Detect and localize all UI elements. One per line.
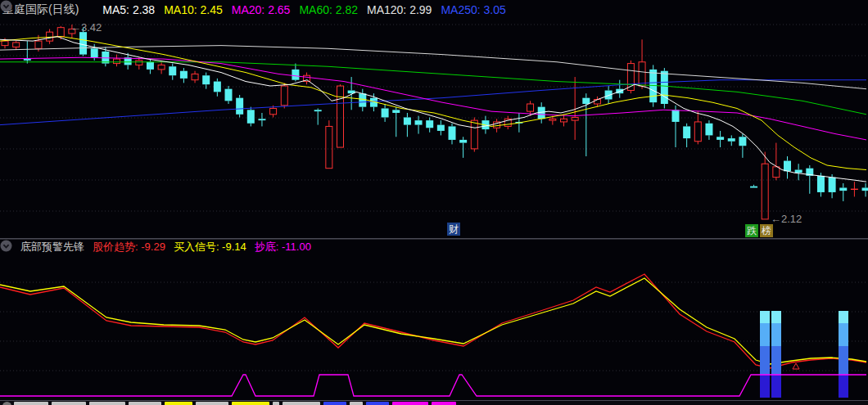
stock-chart-window: ←3.42←2.12 皇庭国际(日线) MA5: 2.38MA10: 2.45M… <box>0 0 868 405</box>
indicator-legend-item-0: 股价趋势: -9.29 <box>93 241 165 253</box>
grid-layer <box>0 25 868 371</box>
signal-bars-layer <box>760 311 848 398</box>
clipped-text-fragment <box>129 402 161 405</box>
main-chart-header: 皇庭国际(日线) MA5: 2.38MA10: 2.45MA20: 2.65MA… <box>0 0 515 20</box>
indicator-line <box>0 274 866 368</box>
watermark-badge-1: 跌 <box>745 224 758 237</box>
ma-line-MA120 <box>0 46 866 89</box>
watermark-badge-2: 榜 <box>760 224 773 237</box>
ma-legend: MA5: 2.38MA10: 2.45MA20: 2.65MA60: 2.82M… <box>102 3 514 16</box>
chevron-down-icon[interactable] <box>2 241 15 254</box>
watermark-badge-0: 财 <box>447 223 460 236</box>
clipped-text-fragment <box>196 402 228 405</box>
clipped-text-fragment <box>350 402 363 405</box>
ma-line-MA10 <box>0 37 866 170</box>
clipped-text-fragment <box>323 402 346 405</box>
ma-legend-item-4: MA120: 2.99 <box>367 3 432 16</box>
ma-legend-item-5: MA250: 3.05 <box>441 3 505 16</box>
pulse-line-layer <box>0 363 866 396</box>
price-annotation: ←2.12 <box>771 213 802 225</box>
ma-legend-item-1: MA10: 2.45 <box>164 3 223 16</box>
clipped-text-fragment <box>232 402 269 405</box>
price-annotation: ←3.42 <box>70 21 102 34</box>
clipped-bottom-panel <box>0 401 868 405</box>
ma-legend-item-2: MA20: 2.65 <box>232 3 291 16</box>
clipped-text-fragment <box>283 402 320 405</box>
clipped-text-fragment <box>366 402 389 405</box>
clipped-text-fragment <box>14 402 48 405</box>
ma-legend-item-3: MA60: 2.82 <box>299 3 358 16</box>
clipped-text-fragment <box>432 402 456 405</box>
ma-line-MA60 <box>0 62 866 115</box>
indicator-line <box>0 278 866 364</box>
chart-canvas[interactable]: ←3.42←2.12 <box>0 0 868 405</box>
indicator-curves-layer <box>0 274 866 368</box>
clipped-text-fragment <box>52 402 86 405</box>
price-annotation-layer: ←3.42←2.12 <box>70 21 802 225</box>
clipped-text-fragment <box>392 402 428 405</box>
panel-dividers <box>0 238 868 402</box>
indicator-panel-header: 底部预警先锋 股价趋势: -9.29买入信号: -9.14抄底: -11.00 <box>0 240 319 254</box>
chevron-down-icon[interactable] <box>84 4 97 16</box>
buy-signal-marker <box>793 363 799 369</box>
clipped-text-fragment <box>165 402 192 405</box>
indicator-legend-item-2: 抄底: -11.00 <box>255 241 311 253</box>
indicator-legend: 股价趋势: -9.29买入信号: -9.14抄底: -11.00 <box>93 240 319 254</box>
indicator-title: 底部预警先锋 <box>20 240 84 254</box>
chevron-down-icon <box>2 402 11 405</box>
ma-legend-item-0: MA5: 2.38 <box>102 3 155 16</box>
clipped-text-fragment <box>273 402 279 405</box>
ma-lines-layer <box>0 37 866 182</box>
indicator-legend-item-1: 买入信号: -9.14 <box>174 241 246 253</box>
clipped-text-fragment <box>89 402 125 405</box>
stock-title: 皇庭国际(日线) <box>2 2 79 17</box>
